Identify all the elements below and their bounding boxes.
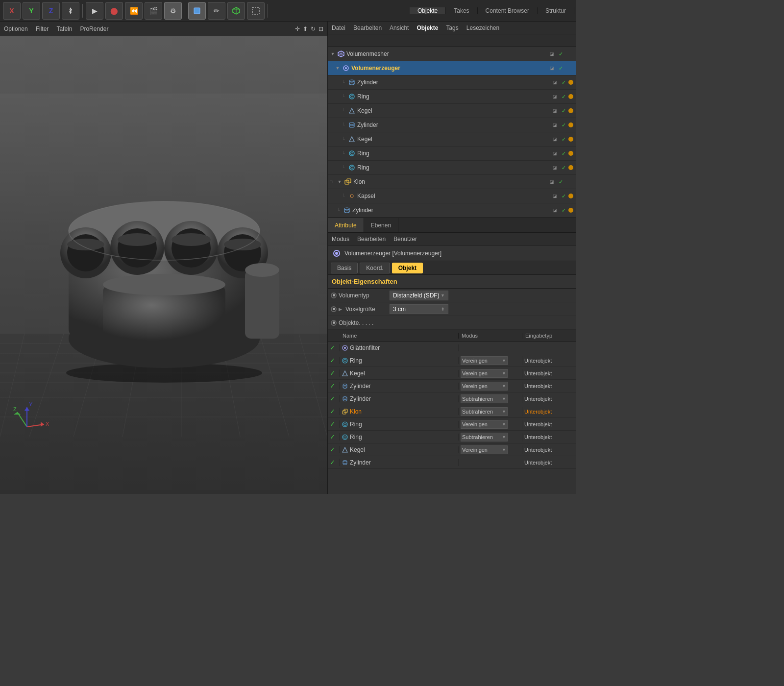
list-item[interactable]: └ Ring ◪ ✓ (328, 161, 576, 175)
row-check[interactable]: ✓ (328, 395, 340, 402)
fullscreen-icon[interactable]: ⊡ (318, 25, 323, 32)
table-row[interactable]: ✓ Zylinder Unterobjekt (328, 456, 576, 469)
row-modus[interactable]: Vereinigen ▼ (459, 369, 522, 378)
subtab-koord[interactable]: Koord. (360, 263, 390, 273)
row-modus[interactable]: Vereinigen ▼ (459, 445, 522, 454)
play-btn[interactable]: ▶ (86, 2, 103, 20)
row-modus[interactable]: Subtrahieren ▼ (459, 394, 522, 403)
vis-check[interactable]: ✓ (560, 121, 567, 129)
keyframe-btn[interactable]: 🎬 (145, 2, 162, 20)
list-item[interactable]: ▼ Volumenerzeuger ◪ ✓ (328, 61, 576, 75)
menu-lesezeichen[interactable]: Lesezeichen (466, 24, 499, 31)
vis-icon-1[interactable]: ◪ (551, 164, 559, 172)
vis-icon-1[interactable]: ◪ (551, 121, 559, 129)
modus-dropdown[interactable]: Vereinigen ▼ (461, 445, 508, 454)
tab-attribute[interactable]: Attribute (328, 218, 364, 232)
vis-check[interactable]: ✓ (557, 178, 564, 186)
modus-dropdown[interactable]: Vereinigen ▼ (461, 356, 508, 365)
menu-datei[interactable]: Datei (332, 24, 345, 31)
table-row[interactable]: ✓ Ring Vereinigen ▼ Untero (328, 354, 576, 367)
modus-dropdown[interactable]: Subtrahieren ▼ (461, 394, 508, 403)
row-check[interactable]: ✓ (328, 446, 340, 453)
menu-ansicht[interactable]: Ansicht (390, 24, 409, 31)
viewport-menu-tafeln[interactable]: Tafeln (56, 25, 72, 32)
expand-arrow[interactable]: ▶ (339, 307, 342, 312)
list-item[interactable]: □ ▼ Klon ◪ ✓ (328, 175, 576, 189)
row-check[interactable]: ✓ (328, 344, 340, 351)
attr-menu-modus[interactable]: Modus (332, 236, 349, 243)
x-axis-btn[interactable]: X (3, 2, 21, 20)
row-check[interactable]: ✓ (328, 357, 340, 364)
row-check[interactable]: ✓ (328, 420, 340, 428)
subtab-objekt[interactable]: Objekt (392, 263, 423, 273)
settings-btn[interactable]: ⚙ (164, 2, 182, 20)
vis-check[interactable]: ✓ (560, 78, 567, 86)
row-check[interactable]: ✓ (328, 408, 340, 415)
table-row[interactable]: ✓ Klon Subtrahieren ▼ Unte (328, 405, 576, 418)
row-modus[interactable]: Vereinigen ▼ (459, 420, 522, 429)
object-mode-btn[interactable] (188, 2, 206, 20)
subtab-basis[interactable]: Basis (331, 263, 358, 273)
viewport-menu-optionen[interactable]: Optionen (4, 25, 28, 32)
move-btn[interactable] (62, 2, 79, 20)
vis-check[interactable]: ✓ (560, 149, 567, 157)
table-row[interactable]: ✓ Kegel Vereinigen ▼ Unter (328, 443, 576, 456)
tab-struktur[interactable]: Struktur (538, 7, 574, 14)
attr-menu-bearbeiten[interactable]: Bearbeiten (357, 236, 386, 243)
modus-dropdown[interactable]: Subtrahieren ▼ (461, 407, 508, 416)
table-row[interactable]: ✓ Kegel Vereinigen ▼ Unter (328, 367, 576, 380)
vis-icon-1[interactable]: ◪ (551, 107, 559, 115)
list-item[interactable]: └ Kegel ◪ ✓ (328, 104, 576, 118)
vis-check[interactable]: ✓ (560, 192, 567, 200)
table-row[interactable]: ✓ Ring Subtrahieren ▼ Unte (328, 431, 576, 443)
tab-content-browser[interactable]: Content Browser (478, 7, 538, 14)
row-modus[interactable]: Subtrahieren ▼ (459, 433, 522, 441)
collapse-icon[interactable]: ▼ (330, 51, 336, 56)
list-item[interactable]: └ Ring ◪ ✓ (328, 90, 576, 104)
z-axis-btn[interactable]: Z (42, 2, 60, 20)
vis-icon-1[interactable]: ◪ (548, 178, 556, 186)
row-check[interactable]: ✓ (328, 369, 340, 377)
table-row[interactable]: ✓ Glättenfilter (328, 342, 576, 354)
vis-check[interactable]: ✓ (557, 64, 564, 72)
voxelgroesse-input[interactable]: 3 cm ⬍ (390, 304, 448, 314)
list-item[interactable]: └ Zylinder ◪ ✓ (328, 118, 576, 132)
row-check[interactable]: ✓ (328, 459, 340, 466)
y-axis-btn[interactable]: Y (23, 2, 40, 20)
row-modus[interactable]: Vereinigen ▼ (459, 382, 522, 391)
tab-takes[interactable]: Takes (446, 7, 477, 14)
collapse-icon[interactable]: ▼ (337, 179, 343, 184)
pen-btn[interactable]: ✏ (208, 2, 225, 20)
vis-icon-1[interactable]: ◪ (551, 149, 559, 157)
refresh-icon[interactable]: ↻ (311, 25, 316, 32)
row-check[interactable]: ✓ (328, 382, 340, 390)
menu-objekte[interactable]: Objekte (416, 24, 438, 31)
menu-bearbeiten[interactable]: Bearbeiten (353, 24, 382, 31)
list-item[interactable]: ▼ Volumenmesher ◪ ✓ (328, 47, 576, 61)
modus-dropdown[interactable]: Subtrahieren ▼ (461, 433, 508, 441)
vis-icon-1[interactable]: ◪ (551, 192, 559, 200)
collapse-icon[interactable]: ▼ (335, 66, 341, 71)
list-item[interactable]: └ Zylinder ◪ ✓ (328, 75, 576, 90)
vis-icon-1[interactable]: ◪ (548, 50, 556, 58)
vis-check[interactable]: ✓ (557, 50, 564, 58)
volumentyp-dropdown[interactable]: Distanzfeld (SDF) ▼ (390, 291, 448, 300)
vis-check[interactable]: ✓ (560, 135, 567, 143)
tab-ebenen[interactable]: Ebenen (364, 218, 398, 232)
list-item[interactable]: └ Kegel ◪ ✓ (328, 132, 576, 147)
attr-radio-voxelgroesse[interactable] (331, 306, 337, 312)
viewport-menu-filter[interactable]: Filter (36, 25, 49, 32)
modus-dropdown[interactable]: Vereinigen ▼ (461, 420, 508, 429)
vis-check[interactable]: ✓ (560, 107, 567, 115)
record-btn[interactable]: ⬤ (105, 2, 123, 20)
vis-icon-1[interactable]: ◪ (551, 78, 559, 86)
vis-icon-1[interactable]: ◪ (548, 64, 556, 72)
menu-tags[interactable]: Tags (446, 24, 458, 31)
table-row[interactable]: ✓ Zylinder Vereinigen ▼ Un (328, 380, 576, 392)
row-modus[interactable]: Subtrahieren ▼ (459, 407, 522, 416)
tab-objekte[interactable]: Objekte (410, 7, 446, 14)
vis-icon-1[interactable]: ◪ (551, 206, 559, 214)
move-icon[interactable]: ✛ (295, 25, 300, 32)
attr-radio-objekte[interactable] (331, 320, 337, 326)
attr-radio-volumentyp[interactable] (331, 293, 337, 298)
